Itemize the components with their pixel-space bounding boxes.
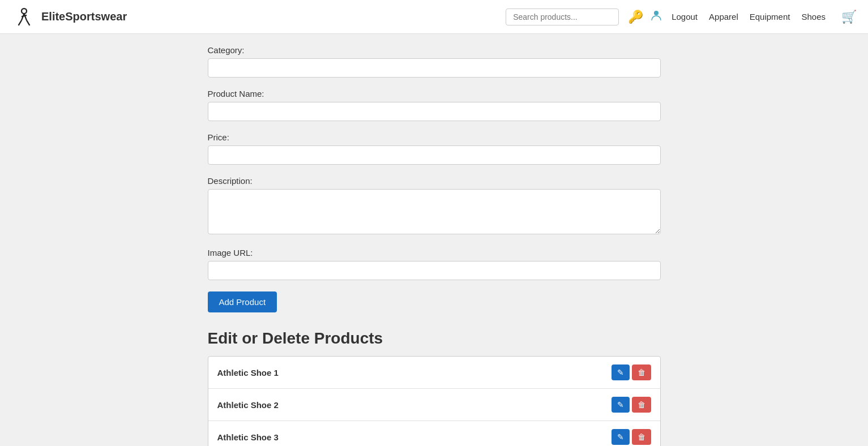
description-input[interactable] <box>208 189 661 234</box>
nav-equipment[interactable]: Equipment <box>750 12 790 22</box>
header-nav: Logout Apparel Equipment Shoes 🛒 <box>672 10 857 24</box>
image-url-group: Image URL: <box>208 248 661 280</box>
search-input[interactable] <box>506 8 619 25</box>
main-content: Category: Product Name: Price: Descripti… <box>95 34 774 446</box>
logo-text: EliteSportswear <box>41 10 127 23</box>
delete-button-2[interactable]: 🗑 <box>632 397 651 413</box>
product-name-3: Athletic Shoe 3 <box>217 432 279 442</box>
description-group: Description: <box>208 176 661 237</box>
svg-point-0 <box>22 8 27 14</box>
delete-button-1[interactable]: 🗑 <box>632 364 651 380</box>
edit-button-2[interactable]: ✎ <box>612 397 630 413</box>
key-icon[interactable]: 🔑 <box>628 10 643 24</box>
image-url-label: Image URL: <box>208 248 661 258</box>
product-name-input[interactable] <box>208 102 661 121</box>
delete-button-3[interactable]: 🗑 <box>632 429 651 445</box>
description-label: Description: <box>208 176 661 186</box>
edit-button-1[interactable]: ✎ <box>612 364 630 380</box>
product-actions-2: ✎ 🗑 <box>612 397 651 413</box>
price-input[interactable] <box>208 145 661 165</box>
product-name-group: Product Name: <box>208 89 661 121</box>
price-group: Price: <box>208 132 661 165</box>
svg-line-4 <box>19 20 22 25</box>
svg-point-6 <box>654 11 659 15</box>
table-row: Athletic Shoe 3 ✎ 🗑 <box>208 421 660 446</box>
svg-line-5 <box>27 20 29 25</box>
category-label: Category: <box>208 45 661 55</box>
price-label: Price: <box>208 132 661 142</box>
add-product-button[interactable]: Add Product <box>208 291 277 312</box>
category-group: Category: <box>208 45 661 78</box>
category-input[interactable] <box>208 58 661 78</box>
product-name-1: Athletic Shoe 1 <box>217 368 279 378</box>
table-row: Athletic Shoe 2 ✎ 🗑 <box>208 389 660 421</box>
table-row: Athletic Shoe 1 ✎ 🗑 <box>208 357 660 389</box>
edit-button-3[interactable]: ✎ <box>612 429 630 445</box>
logo-icon <box>11 4 37 29</box>
header-icons: 🔑 <box>628 9 662 25</box>
header: EliteSportswear 🔑 Logout Apparel Equipme… <box>0 0 868 34</box>
product-name-label: Product Name: <box>208 89 661 98</box>
nav-logout[interactable]: Logout <box>672 12 698 22</box>
product-list: Athletic Shoe 1 ✎ 🗑 Athletic Shoe 2 ✎ 🗑 … <box>208 356 661 446</box>
product-name-2: Athletic Shoe 2 <box>217 400 279 410</box>
logo-link[interactable]: EliteSportswear <box>11 4 127 29</box>
cart-icon[interactable]: 🛒 <box>841 10 857 24</box>
product-actions-3: ✎ 🗑 <box>612 429 651 445</box>
nav-shoes[interactable]: Shoes <box>801 12 826 22</box>
nav-apparel[interactable]: Apparel <box>709 12 738 22</box>
product-actions-1: ✎ 🗑 <box>612 364 651 380</box>
svg-line-3 <box>22 15 27 17</box>
edit-delete-section-title: Edit or Delete Products <box>208 329 661 348</box>
image-url-input[interactable] <box>208 261 661 280</box>
user-icon[interactable] <box>650 9 662 25</box>
